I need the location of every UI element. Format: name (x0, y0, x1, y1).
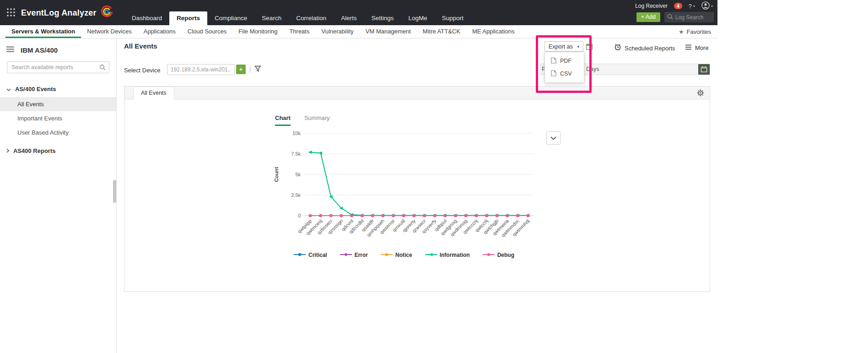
subnav-item-network-devices[interactable]: Network Devices (81, 25, 138, 38)
tree-group-label: AS/400 Events (15, 86, 56, 92)
nav-item-support[interactable]: Support (435, 11, 471, 25)
app-logo-text: EventLog Analyzer (21, 8, 97, 18)
nav-item-search[interactable]: Search (254, 11, 289, 25)
legend-marker-icon (294, 251, 306, 259)
chart-legend: CriticalErrorNoticeInformationDebug (264, 251, 544, 259)
legend-item-notice[interactable]: Notice (381, 251, 412, 259)
legend-marker-icon (425, 251, 437, 259)
panel-tab-all-events[interactable]: All Events (133, 87, 174, 99)
subnav-item-cloud-sources[interactable]: Cloud Sources (182, 25, 232, 38)
nav-item-compliance[interactable]: Compliance (207, 11, 254, 25)
period-text-fragment: Days (586, 66, 599, 72)
hamburger-icon[interactable] (6, 46, 14, 54)
nav-item-dashboard[interactable]: Dashboard (124, 11, 169, 25)
tab-summary[interactable]: Summary (304, 114, 330, 126)
page-title: All Events (124, 42, 157, 50)
primary-nav: DashboardReportsComplianceSearchCorrelat… (124, 11, 471, 25)
sidebar-item-important-events[interactable]: Important Events (0, 111, 116, 125)
help-menu[interactable]: ? ▾ (689, 3, 695, 10)
legend-item-error[interactable]: Error (340, 251, 368, 259)
log-search-input[interactable] (675, 14, 712, 21)
export-as-button[interactable]: Export as ▾ (545, 41, 583, 52)
reports-subnav: Servers & WorkstationNetwork DevicesAppl… (0, 25, 717, 38)
more-button[interactable]: More (685, 43, 709, 52)
user-avatar-icon (701, 1, 710, 11)
panel-tabstrip: All Events (124, 87, 710, 99)
app-logo[interactable]: EventLog Analyzer (21, 5, 113, 21)
sidebar-scrollbar[interactable] (113, 180, 116, 203)
tab-chart[interactable]: Chart (275, 114, 291, 126)
collapse-chart-button[interactable] (546, 131, 561, 145)
export-option-pdf[interactable]: PDF (545, 54, 584, 67)
tree-group-as400-events[interactable]: AS/400 Events (0, 81, 116, 97)
sidebar-item-user-based-activity[interactable]: User Based Activity (0, 125, 116, 140)
subnav-item-servers-workstation[interactable]: Servers & Workstation (5, 25, 81, 38)
chevron-down-icon: ▾ (577, 44, 579, 49)
nav-item-correlation[interactable]: Correlation (289, 11, 334, 25)
document-icon (551, 70, 556, 78)
logo-comet-icon (99, 5, 113, 21)
export-option-label: PDF (560, 58, 571, 64)
subnav-item-applications[interactable]: Applications (138, 25, 182, 38)
device-input[interactable] (167, 64, 235, 75)
chart-view-tabs: Chart Summary (275, 114, 330, 126)
filter-funnel-icon[interactable] (254, 65, 261, 74)
scheduled-reports-label: Scheduled Reports (625, 45, 675, 52)
legend-item-information[interactable]: Information (425, 251, 470, 259)
chevron-down-icon: ▾ (693, 4, 695, 8)
tree-group-as400-reports[interactable]: AS400 Reports (0, 142, 116, 159)
subnav-item-threats[interactable]: Threats (283, 25, 315, 38)
subnav-items: Servers & WorkstationNetwork DevicesAppl… (0, 25, 717, 38)
user-menu[interactable]: ▾ (701, 1, 713, 11)
tree-group-label: AS400 Reports (13, 147, 55, 154)
svg-text:5k: 5k (295, 172, 301, 177)
log-search-box[interactable] (664, 12, 714, 22)
nav-item-reports[interactable]: Reports (169, 11, 207, 25)
subnav-item-mitre-att-ck[interactable]: Mitre ATT&CK (417, 25, 466, 38)
export-dropdown-menu: PDFCSV (545, 52, 584, 83)
legend-label: Debug (497, 252, 514, 258)
nav-item-logme[interactable]: LogMe (401, 11, 434, 25)
favorites-label: Favorites (687, 28, 711, 35)
calendar-picker-button[interactable] (698, 64, 710, 75)
legend-marker-icon (381, 251, 393, 259)
report-search-input[interactable] (7, 61, 109, 73)
sidebar: IBM AS/400 AS/400 Events All EventsImpor… (0, 38, 117, 353)
subnav-item-me-applications[interactable]: ME Applications (466, 25, 521, 38)
apps-grid-icon[interactable] (6, 7, 16, 19)
report-tree: AS/400 Events All EventsImportant Events… (0, 81, 116, 159)
scheduled-reports-button[interactable]: Scheduled Reports (614, 43, 675, 53)
nav-item-settings[interactable]: Settings (364, 11, 401, 25)
export-option-csv[interactable]: CSV (545, 67, 584, 80)
legend-item-critical[interactable]: Critical (294, 251, 327, 259)
chevron-right-icon (6, 147, 9, 155)
notification-badge[interactable]: 4 (674, 3, 682, 9)
sidebar-header: IBM AS/400 (0, 38, 116, 59)
gear-icon[interactable] (697, 89, 704, 98)
search-icon (99, 64, 106, 72)
search-icon (667, 13, 673, 22)
eventlog-analyzer-app: EventLog Analyzer DashboardReportsCompli… (0, 0, 717, 353)
top-bar: EventLog Analyzer DashboardReportsCompli… (0, 0, 717, 25)
sidebar-item-all-events[interactable]: All Events (0, 97, 116, 111)
sidebar-search (7, 61, 109, 73)
legend-marker-icon (483, 251, 495, 259)
add-button[interactable]: + Add (636, 12, 660, 22)
add-device-button[interactable]: + (236, 65, 246, 74)
subnav-item-file-monitoring[interactable]: File Monitoring (232, 25, 283, 38)
nav-item-alerts[interactable]: Alerts (334, 11, 364, 25)
log-receiver-link[interactable]: Log Receiver (635, 3, 668, 9)
subnav-item-vulnerability[interactable]: Vulnerability (315, 25, 359, 38)
svg-text:7.5k: 7.5k (291, 151, 301, 157)
favorites-button[interactable]: ★ Favorites (679, 25, 711, 38)
svg-text:0: 0 (298, 213, 301, 218)
legend-label: Information (440, 252, 470, 258)
legend-label: Error (355, 252, 368, 258)
more-label: More (695, 44, 709, 51)
legend-item-debug[interactable]: Debug (483, 251, 514, 259)
topbar-utility-row: Log Receiver 4 ? ▾ ▾ (635, 2, 713, 10)
document-icon (551, 57, 556, 65)
subnav-item-vm-management[interactable]: VM Management (360, 25, 417, 38)
calendar-icon[interactable] (586, 43, 593, 52)
sidebar-title: IBM AS/400 (21, 46, 58, 54)
